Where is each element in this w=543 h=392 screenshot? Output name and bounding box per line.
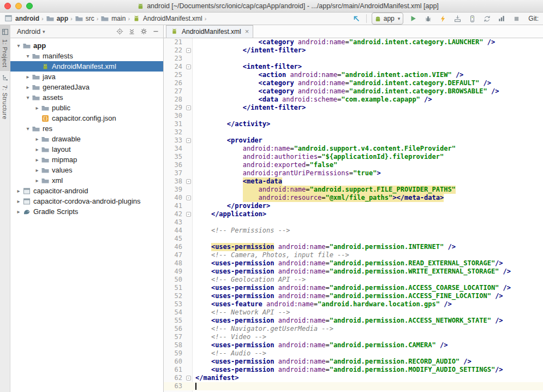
code-line-24[interactable]: 24- <intent-filter> xyxy=(164,63,543,71)
avd-manager-icon[interactable] xyxy=(467,14,477,23)
tree-item-values[interactable]: ▸values xyxy=(10,165,163,175)
tool-window-button-1-project[interactable]: 1: Project xyxy=(0,25,10,71)
tree-item-mipmap[interactable]: ▸mipmap xyxy=(10,155,163,165)
fold-marker-icon[interactable]: - xyxy=(185,63,192,71)
code-line-27[interactable]: 27 <category android:name="android.inten… xyxy=(164,87,543,96)
code-line-44[interactable]: 44 <!-- Permissions --> xyxy=(164,227,543,235)
tree-item-capacitor-config-json[interactable]: {}capacitor.config.json xyxy=(10,113,163,123)
gradle-sync-icon[interactable] xyxy=(482,14,492,23)
code-line-32[interactable]: 32 xyxy=(164,128,543,136)
chevron-right-icon[interactable]: ▸ xyxy=(33,177,41,183)
code-line-48[interactable]: 48 <uses-permission android:name="androi… xyxy=(164,259,543,268)
code-line-29[interactable]: 29- </intent-filter> xyxy=(164,104,543,112)
breadcrumb-item-main[interactable]: main xyxy=(100,14,126,23)
code-line-55[interactable]: 55 <uses-permission android:name="androi… xyxy=(164,317,543,325)
gear-icon[interactable] xyxy=(140,27,148,35)
code-line-23[interactable]: 23 xyxy=(164,55,543,63)
back-arrow-icon[interactable] xyxy=(351,14,361,23)
code-line-34[interactable]: 34 android:name="android.support.v4.cont… xyxy=(164,145,543,153)
tree-item-assets[interactable]: ▾assets xyxy=(10,92,163,103)
fold-marker-icon[interactable]: - xyxy=(185,194,192,202)
minimize-window-button[interactable] xyxy=(15,3,22,9)
code-line-26[interactable]: 26 <category android:name="android.inten… xyxy=(164,79,543,87)
code-line-31[interactable]: 31 </activity> xyxy=(164,120,543,128)
chevron-right-icon[interactable]: ▸ xyxy=(33,157,41,163)
tree-item-manifests[interactable]: ▾manifests xyxy=(10,51,163,61)
code-line-38[interactable]: 38- <meta-data xyxy=(164,177,543,186)
project-view-selector[interactable]: Android ▾ xyxy=(17,28,45,35)
hide-panel-icon[interactable] xyxy=(152,27,160,35)
chevron-right-icon[interactable]: ▸ xyxy=(33,167,41,173)
code-line-36[interactable]: 36 android:exported="false" xyxy=(164,161,543,169)
chevron-down-icon[interactable]: ▾ xyxy=(24,94,32,100)
code-line-46[interactable]: 46 <uses-permission android:name="androi… xyxy=(164,243,543,251)
chevron-right-icon[interactable]: ▸ xyxy=(24,74,32,80)
code-line-22[interactable]: 22- </intent-filter> xyxy=(164,46,543,55)
tool-window-button-7-structure[interactable]: 7: Structure xyxy=(0,71,10,123)
chevron-right-icon[interactable]: ▸ xyxy=(15,209,22,215)
code-line-60[interactable]: 60 <uses-permission android:name="androi… xyxy=(164,358,543,366)
code-editor[interactable]: 21 <category android:name="android.inten… xyxy=(164,38,543,392)
tree-item-res[interactable]: ▾res xyxy=(10,123,163,134)
tree-item-layout[interactable]: ▸layout xyxy=(10,144,163,155)
tree-item-capacitor-android[interactable]: ▸capacitor-android xyxy=(10,186,163,196)
fold-marker-icon[interactable]: - xyxy=(185,104,192,112)
code-line-21[interactable]: 21 <category android:name="android.inten… xyxy=(164,38,543,46)
code-line-40[interactable]: 40- android:resource="@xml/file_paths"><… xyxy=(164,194,543,202)
fold-marker-icon[interactable]: - xyxy=(185,177,192,186)
code-line-62[interactable]: 62-</manifest> xyxy=(164,374,543,382)
breadcrumb-item-src[interactable]: src xyxy=(75,14,94,23)
code-line-56[interactable]: 56 <!-- Navigator.getUserMedia --> xyxy=(164,325,543,333)
code-line-30[interactable]: 30 xyxy=(164,112,543,120)
code-line-58[interactable]: 58 <uses-permission android:name="androi… xyxy=(164,341,543,349)
chevron-right-icon[interactable]: ▸ xyxy=(24,84,32,90)
tree-item-xml[interactable]: ▸xml xyxy=(10,175,163,186)
fold-marker-icon[interactable]: - xyxy=(185,46,192,55)
code-line-61[interactable]: 61 <uses-permission android:name="androi… xyxy=(164,366,543,374)
code-line-49[interactable]: 49 <uses-permission android:name="androi… xyxy=(164,268,543,276)
chevron-down-icon[interactable]: ▾ xyxy=(15,43,22,49)
tree-item-app[interactable]: ▾app xyxy=(10,40,163,51)
fold-marker-icon[interactable]: - xyxy=(185,210,192,218)
code-line-50[interactable]: 50 <!-- Geolocation API --> xyxy=(164,276,543,284)
breadcrumb-item-app[interactable]: app xyxy=(46,14,68,23)
code-line-54[interactable]: 54 <!-- Network API --> xyxy=(164,308,543,317)
run-button[interactable] xyxy=(408,14,418,23)
chevron-down-icon[interactable]: ▾ xyxy=(24,53,32,59)
chevron-right-icon[interactable]: ▸ xyxy=(15,188,22,194)
code-line-47[interactable]: 47 <!-- Camera, Photos, input file --> xyxy=(164,251,543,259)
chevron-right-icon[interactable]: ▸ xyxy=(15,198,22,204)
sdk-manager-icon[interactable] xyxy=(452,14,462,23)
code-line-63[interactable]: 63 xyxy=(164,382,543,390)
stop-icon[interactable] xyxy=(511,14,521,23)
code-line-57[interactable]: 57 <!-- Video --> xyxy=(164,333,543,341)
code-line-52[interactable]: 52 <uses-permission android:name="androi… xyxy=(164,292,543,300)
chevron-right-icon[interactable]: ▸ xyxy=(33,105,41,111)
chevron-down-icon[interactable]: ▾ xyxy=(24,126,32,132)
code-line-42[interactable]: 42- </application> xyxy=(164,210,543,218)
code-line-45[interactable]: 45 xyxy=(164,235,543,243)
code-line-33[interactable]: 33- <provider xyxy=(164,136,543,145)
apply-changes-icon[interactable] xyxy=(438,14,447,23)
tree-item-androidmanifest-xml[interactable]: AndroidManifest.xml xyxy=(10,61,163,72)
code-line-59[interactable]: 59 <!-- Audio --> xyxy=(164,349,543,358)
fold-marker-icon[interactable]: - xyxy=(185,374,192,382)
fold-marker-icon[interactable]: - xyxy=(185,136,192,145)
zoom-window-button[interactable] xyxy=(26,3,33,9)
code-line-41[interactable]: 41 </provider> xyxy=(164,202,543,210)
tree-item-public[interactable]: ▸public xyxy=(10,103,163,113)
profiler-icon[interactable] xyxy=(497,14,506,23)
code-line-39[interactable]: 39 android:name="android.support.FILE_PR… xyxy=(164,186,543,194)
git-branch-label[interactable]: Git: xyxy=(528,15,539,22)
code-line-28[interactable]: 28 <data android:scheme="com.example.cap… xyxy=(164,96,543,104)
close-window-button[interactable] xyxy=(4,3,11,9)
debug-icon[interactable] xyxy=(423,14,433,23)
code-line-51[interactable]: 51 <uses-permission android:name="androi… xyxy=(164,284,543,292)
breadcrumb-item-android[interactable]: android xyxy=(4,14,39,23)
chevron-right-icon[interactable]: ▸ xyxy=(33,136,41,142)
tree-item-capacitor-cordova-android-plugins[interactable]: ▸capacitor-cordova-android-plugins xyxy=(10,196,163,206)
tree-item-generatedjava[interactable]: ▸generatedJava xyxy=(10,82,163,92)
collapse-all-icon[interactable] xyxy=(128,27,136,35)
code-line-53[interactable]: 53 <uses-feature android:name="android.h… xyxy=(164,300,543,308)
close-tab-icon[interactable] xyxy=(245,28,249,35)
